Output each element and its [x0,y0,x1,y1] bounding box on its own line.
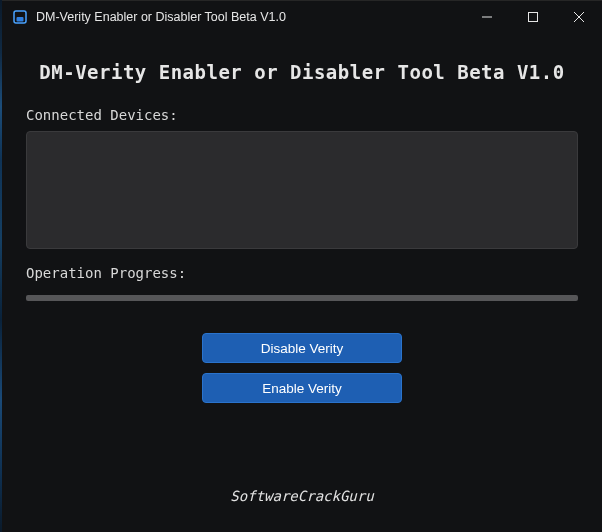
app-icon [12,9,28,25]
page-title: DM-Verity Enabler or Disabler Tool Beta … [26,61,578,83]
devices-list[interactable] [26,131,578,249]
footer-credit: SoftwareCrackGuru [26,488,578,520]
devices-label: Connected Devices: [26,107,578,123]
progress-bar [26,295,578,301]
disable-verity-button[interactable]: Disable Verity [202,333,402,363]
maximize-button[interactable] [510,1,556,33]
progress-label: Operation Progress: [26,265,578,281]
button-stack: Disable Verity Enable Verity [26,333,578,403]
close-button[interactable] [556,1,602,33]
content-area: DM-Verity Enabler or Disabler Tool Beta … [2,33,602,532]
app-window: DM-Verity Enabler or Disabler Tool Beta … [2,0,602,532]
enable-verity-button[interactable]: Enable Verity [202,373,402,403]
window-title: DM-Verity Enabler or Disabler Tool Beta … [36,10,286,24]
minimize-button[interactable] [464,1,510,33]
svg-rect-3 [529,13,538,22]
titlebar[interactable]: DM-Verity Enabler or Disabler Tool Beta … [2,1,602,33]
svg-rect-1 [17,17,24,22]
